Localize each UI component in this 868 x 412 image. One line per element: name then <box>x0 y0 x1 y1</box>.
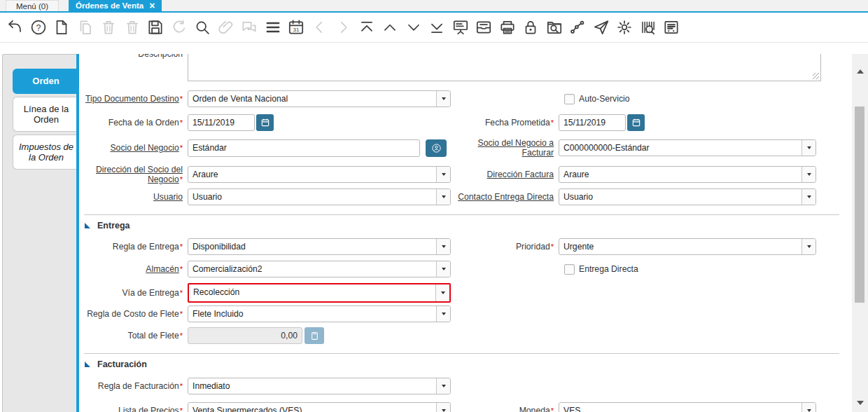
direccion-factura-combobox[interactable]: Araure <box>559 166 816 183</box>
help-icon[interactable]: ? <box>29 18 48 36</box>
tipo-documento-destino-combobox[interactable]: Orden de Venta Nacional <box>188 90 451 107</box>
section-header-facturacion[interactable]: Facturación <box>85 359 852 369</box>
lock-icon[interactable] <box>522 18 540 36</box>
direccion-socio-combobox[interactable]: Araure <box>188 166 451 183</box>
toggle-grid-icon[interactable] <box>264 18 282 36</box>
via-entrega-combobox-highlighted[interactable]: Recolección <box>188 283 451 303</box>
scrollbar-thumb[interactable] <box>855 107 864 303</box>
business-partner-info-icon[interactable] <box>426 139 447 157</box>
dropdown-arrow-icon[interactable] <box>436 403 450 412</box>
label-regla-facturacion: Regla de Facturación* <box>79 381 183 391</box>
dropdown-arrow-icon[interactable] <box>436 91 450 107</box>
regla-facturacion-combobox[interactable]: Inmediato <box>188 378 451 394</box>
dropdown-arrow-icon[interactable] <box>436 378 450 394</box>
dropdown-arrow-icon[interactable] <box>436 239 450 254</box>
label-usuario[interactable]: Usuario <box>79 192 183 202</box>
row-socio: Socio del Negocio* Estándar Socio del Ne… <box>79 138 852 158</box>
lista-precios-combobox[interactable]: Venta Supermercados (VES) <box>188 402 451 412</box>
combo-value: VES <box>559 403 802 412</box>
tab-ordenes-de-venta[interactable]: Órdenes de Venta × <box>69 0 162 11</box>
dropdown-arrow-icon[interactable] <box>435 284 449 301</box>
calendar-requests-icon[interactable]: 31 <box>287 18 305 36</box>
new-record-icon[interactable] <box>52 18 71 36</box>
label-moneda: Moneda* <box>456 406 554 412</box>
last-record-icon[interactable] <box>428 18 446 36</box>
dropdown-arrow-icon[interactable] <box>802 140 816 156</box>
label-lista-precios: Lista de Precios* <box>79 406 183 412</box>
next-record-icon[interactable] <box>405 18 423 36</box>
moneda-combobox[interactable]: VES <box>559 402 816 412</box>
sidebar-tab-linea-de-la-orden[interactable]: Línea de la Orden <box>13 97 79 132</box>
product-info-icon[interactable] <box>639 18 657 36</box>
regla-entrega-combobox[interactable]: Disponibilidad <box>188 238 451 255</box>
group-collapse-icon[interactable] <box>85 362 90 367</box>
undo-icon[interactable] <box>6 18 24 36</box>
dropdown-arrow-icon[interactable] <box>802 239 816 254</box>
save-icon[interactable] <box>146 18 164 36</box>
zoom-across-icon[interactable] <box>545 18 564 36</box>
calculator-icon[interactable] <box>304 327 324 344</box>
calendar-icon[interactable] <box>256 114 274 131</box>
close-tab-icon[interactable]: × <box>149 1 155 11</box>
label-fecha-prometida: Fecha Prometida* <box>456 118 554 128</box>
forward-icon <box>334 18 352 36</box>
socio-negocio-input[interactable]: Estándar <box>188 139 420 157</box>
dropdown-arrow-icon[interactable] <box>436 189 450 205</box>
fecha-orden-input[interactable]: 15/11/2019 <box>188 114 255 131</box>
chat-icon <box>240 18 258 36</box>
auto-servicio-checkbox[interactable] <box>564 94 575 104</box>
pos-panel-icon[interactable] <box>662 18 680 36</box>
vertical-scrollbar[interactable] <box>852 43 868 412</box>
preferences-icon[interactable] <box>615 18 634 36</box>
label-tipo-documento-destino[interactable]: Tipo Documento Destino* <box>79 94 183 104</box>
section-title: Entrega <box>97 221 130 231</box>
socio-negocio-facturar-combobox[interactable]: C000000000-Estándar <box>559 139 816 156</box>
label-via-entrega: Vía de Entrega* <box>79 288 183 298</box>
contacto-entrega-directa-combobox[interactable]: Usuario <box>559 188 816 205</box>
combo-value: Recolección <box>189 284 435 301</box>
combo-value: Usuario <box>559 189 802 205</box>
send-mail-icon[interactable] <box>592 18 610 36</box>
label-contacto-entrega-directa[interactable]: Contacto Entrega Directa <box>456 192 554 202</box>
descripcion-textarea[interactable] <box>188 54 821 81</box>
delete-selection-icon <box>123 18 141 36</box>
usuario-combobox[interactable]: Usuario <box>188 188 451 205</box>
almacen-combobox[interactable]: Comercialización2 <box>188 261 451 277</box>
previous-record-icon[interactable] <box>381 18 399 36</box>
label-socio-negocio-facturar[interactable]: Socio del Negocio a Facturar <box>456 138 554 158</box>
find-icon[interactable] <box>193 18 211 36</box>
scroll-up-icon[interactable] <box>857 69 864 74</box>
dropdown-arrow-icon[interactable] <box>436 167 450 182</box>
tab-label: Órdenes de Venta <box>76 1 144 10</box>
first-record-icon[interactable] <box>358 18 376 36</box>
sidebar-tab-impuestos-de-la-orden[interactable]: Impuestos de la Orden <box>13 135 79 170</box>
workflow-icon[interactable] <box>568 18 587 36</box>
combo-value: Disponibilidad <box>188 239 436 254</box>
combo-value: Flete Incluido <box>188 306 436 322</box>
section-header-entrega[interactable]: Entrega <box>85 220 852 231</box>
tab-menu[interactable]: Menú (0) <box>6 0 59 11</box>
resize-grip-icon[interactable] <box>813 73 819 79</box>
print-icon[interactable] <box>498 18 517 36</box>
combo-value: Usuario <box>188 189 436 205</box>
archive-icon[interactable] <box>475 18 493 36</box>
group-collapse-icon[interactable] <box>85 223 90 228</box>
label-direccion-factura[interactable]: Dirección Factura <box>456 170 554 179</box>
dropdown-arrow-icon[interactable] <box>802 189 816 205</box>
scroll-down-icon[interactable] <box>857 401 864 405</box>
label-socio-negocio[interactable]: Socio del Negocio* <box>79 143 183 153</box>
regla-costo-flete-combobox[interactable]: Flete Incluido <box>188 305 451 322</box>
calendar-icon[interactable] <box>627 114 645 131</box>
entrega-directa-checkbox[interactable] <box>564 264 575 275</box>
dropdown-arrow-icon[interactable] <box>436 306 450 322</box>
fecha-prometida-input[interactable]: 15/11/2019 <box>559 114 626 131</box>
label-almacen[interactable]: Almacén* <box>79 264 183 274</box>
dropdown-arrow-icon[interactable] <box>436 261 450 277</box>
prioridad-combobox[interactable]: Urgente <box>559 238 816 255</box>
scrollbar-track[interactable] <box>852 54 868 412</box>
report-icon[interactable] <box>451 18 470 36</box>
dropdown-arrow-icon[interactable] <box>802 403 816 412</box>
sidebar-tab-orden[interactable]: Orden <box>13 69 79 94</box>
dropdown-arrow-icon[interactable] <box>802 167 816 182</box>
label-direccion-socio[interactable]: Dirección del Socio del Negocio* <box>79 165 183 184</box>
